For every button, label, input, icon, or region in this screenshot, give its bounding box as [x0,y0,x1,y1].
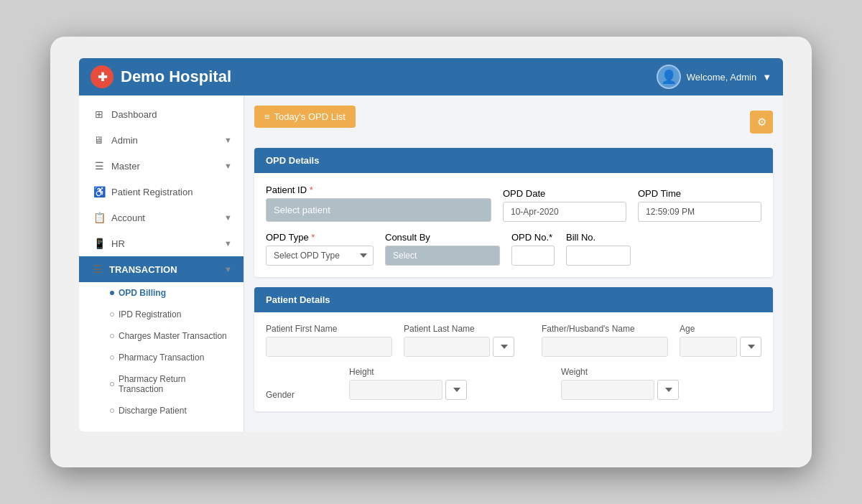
opd-time-group: OPD Time [638,188,761,222]
first-name-group: Patient First Name [266,324,392,357]
sidebar-item-hr[interactable]: 📱 HR ▼ [79,230,244,256]
today-opd-list-button[interactable]: ≡ Today's OPD List [254,106,356,128]
patient-details-header: Patient Details [254,287,773,312]
sidebar-item-label: Patient Registration [111,187,193,197]
opd-date-input[interactable] [503,202,626,222]
bullet-icon [110,409,114,413]
last-name-select[interactable] [493,337,514,357]
sidebar-sub-discharge-patient[interactable]: Discharge Patient [79,400,244,421]
sidebar: ⊞ Dashboard 🖥 Admin ▼ ☰ Master [79,95,244,431]
settings-button[interactable]: ⚙ [750,111,773,134]
chevron-down-icon: ▼ [762,72,771,83]
sub-item-label: Discharge Patient [119,406,187,416]
sidebar-sub-opd-billing[interactable]: OPD Billing [79,282,244,304]
weight-input[interactable] [561,380,654,400]
patient-icon: ♿ [93,186,106,197]
laptop-screen: ✚ Demo Hospital 👤 Welcome, Admin ▼ ⊞ Das… [79,58,783,431]
consult-by-group: Consult By Select [385,232,500,266]
sidebar-item-dashboard[interactable]: ⊞ Dashboard [79,101,244,127]
chevron-icon: ▼ [224,265,232,274]
opd-type-select[interactable]: Select OPD Type [266,246,374,266]
app-body: ⊞ Dashboard 🖥 Admin ▼ ☰ Master [79,95,783,431]
opd-no-label: OPD No.* [511,232,555,243]
sub-item-label: IPD Registration [119,309,181,319]
bill-no-input[interactable] [566,246,631,266]
opd-no-input[interactable] [511,246,555,266]
active-bullet [110,291,114,295]
opd-date-group: OPD Date [503,188,626,222]
brand-icon: ✚ [91,65,113,88]
chevron-icon: ▼ [224,213,232,222]
bullet-icon [110,312,114,317]
height-label: Height [349,367,550,377]
top-bar: ≡ Today's OPD List ⚙ [254,106,773,138]
patient-select[interactable]: Select patient [266,198,491,222]
opd-date-label: OPD Date [503,188,626,199]
opd-details-card: OPD Details Patient ID * Selec [254,148,773,277]
weight-select[interactable] [657,380,679,400]
sidebar-item-label: Account [111,213,145,223]
bullet-icon [110,355,114,360]
opd-time-input[interactable] [638,202,761,222]
sidebar-item-admin[interactable]: 🖥 Admin ▼ [79,127,244,153]
gender-label: Gender [266,390,338,400]
transaction-icon: ☰ [91,263,103,275]
avatar: 👤 [657,65,681,89]
patient-details-title: Patient Details [266,294,330,305]
sidebar-item-master[interactable]: ☰ Master ▼ [79,153,244,179]
consult-by-label: Consult By [385,232,500,243]
sidebar-sub-ipd-registration[interactable]: IPD Registration [79,304,244,325]
patient-id-label: Patient ID * [266,185,491,195]
sidebar-item-account[interactable]: 📋 Account ▼ [79,205,244,230]
first-name-label: Patient First Name [266,324,392,334]
age-input[interactable] [680,337,737,357]
sidebar-sub-pharmacy-transaction[interactable]: Pharmacy Transaction [79,347,244,368]
sidebar-item-label: HR [111,238,125,249]
sidebar-sub-pharmacy-return[interactable]: Pharmacy Return Transaction [79,368,244,400]
sidebar-item-label: Master [111,161,140,172]
chevron-icon: ▼ [224,239,232,248]
height-input[interactable] [349,380,442,400]
weight-group: Weight [561,367,761,400]
sidebar-sub-charges-master[interactable]: Charges Master Transaction [79,325,244,347]
welcome-text: Welcome, Admin [687,72,756,83]
main-content: ≡ Today's OPD List ⚙ OPD Details [244,95,783,431]
bill-no-label: Bill No. [566,232,631,243]
chevron-icon: ▼ [224,162,232,170]
last-name-input[interactable] [404,337,490,357]
age-label: Age [680,324,761,334]
opd-no-group: OPD No.* [511,232,555,266]
opd-type-group: OPD Type * Select OPD Type [266,232,374,266]
hr-icon: 📱 [93,238,106,249]
sidebar-item-patient-registration[interactable]: ♿ Patient Registration [79,179,244,205]
patient-id-group: Patient ID * Select patient [266,185,491,222]
height-group: Height [349,367,550,400]
consult-by-select[interactable]: Select [385,246,500,266]
sub-item-label: Pharmacy Transaction [119,353,204,363]
admin-icon: 🖥 [93,134,106,146]
first-name-input[interactable] [266,337,392,357]
sub-item-label: Pharmacy Return Transaction [119,374,232,394]
age-group: Age [680,324,761,357]
gender-group: Gender [266,390,338,400]
age-select[interactable] [740,337,761,357]
account-icon: 📋 [93,212,106,223]
father-husband-input[interactable] [542,337,668,357]
brand: ✚ Demo Hospital [91,65,231,88]
sidebar-item-label: Dashboard [111,109,157,120]
user-menu[interactable]: 👤 Welcome, Admin ▼ [657,65,771,89]
weight-label: Weight [561,367,761,377]
transaction-submenu: OPD Billing IPD Registration Charges Mas… [79,282,244,421]
brand-title: Demo Hospital [121,67,231,86]
sub-item-label: Charges Master Transaction [119,331,227,341]
bill-no-group: Bill No. [566,232,631,266]
settings-icon: ⚙ [757,116,766,129]
patient-details-body: Patient First Name Patient Last Name [254,312,773,411]
opd-time-label: OPD Time [638,188,761,199]
laptop-frame: ✚ Demo Hospital 👤 Welcome, Admin ▼ ⊞ Das… [50,37,812,467]
sidebar-item-label: TRANSACTION [109,264,177,275]
sidebar-item-transaction[interactable]: ☰ TRANSACTION ▼ [79,256,244,282]
opd-details-body: Patient ID * Select patient OPD Date [254,173,773,277]
height-select[interactable] [445,380,467,400]
father-husband-group: Father/Husband's Name [542,324,668,357]
